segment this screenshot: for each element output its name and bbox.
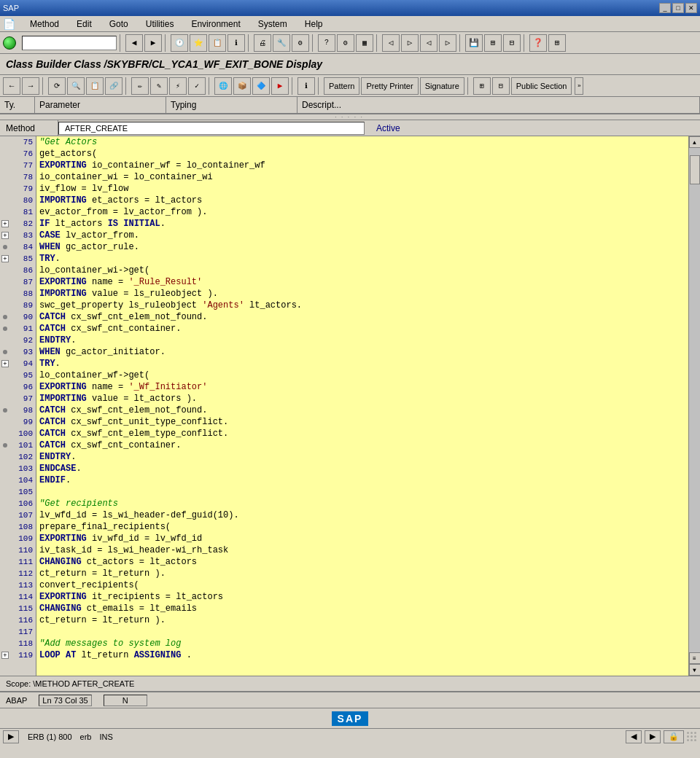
nav-fwd-icon[interactable]: → (22, 77, 39, 95)
code-line-99[interactable]: CATCH cx_swf_cnt_unit_type_conflict. (39, 416, 685, 428)
code-line-112[interactable]: ct_return = lt_return ). (39, 568, 685, 579)
close-button[interactable]: ✕ (685, 3, 697, 13)
expand-icon-119[interactable]: + (1, 652, 9, 659)
window-button[interactable]: ⊞ (484, 34, 502, 52)
scroll-thumb[interactable] (690, 155, 700, 184)
method-value[interactable]: AFTER_CREATE (58, 122, 365, 135)
code-content[interactable]: "Get Actors get_actors( EXPORTING io_con… (36, 136, 688, 676)
config-button[interactable]: ⚙ (337, 34, 354, 52)
info-button[interactable]: ℹ (228, 34, 245, 52)
vertical-scrollbar[interactable]: ▲ ≡ ▼ (688, 136, 700, 676)
code-line-85[interactable]: TRY. (39, 253, 685, 265)
save-button[interactable]: 💾 (465, 34, 483, 52)
code-line-109[interactable]: EXPORTING iv_wfd_id = lv_wfd_id (39, 533, 685, 544)
print-button[interactable]: 🖨 (254, 34, 271, 52)
code-line-105[interactable] (39, 486, 685, 498)
pattern-button[interactable]: Pattern (324, 77, 359, 95)
code-line-102[interactable]: ENDTRY. (39, 451, 685, 463)
menu-system[interactable]: System (255, 17, 290, 31)
code-line-96[interactable]: EXPORTING name = '_Wf_Initiator' (39, 381, 685, 393)
menu-help[interactable]: Help (302, 17, 326, 31)
run-icon[interactable]: ▶ (271, 77, 289, 95)
code-line-106[interactable]: "Get recipients (39, 498, 685, 509)
code-line-117[interactable] (39, 626, 685, 638)
code-line-81[interactable]: ev_actor_from = lv_actor_from ). (39, 206, 685, 218)
code-line-101[interactable]: CATCH cx_swf_cnt_container. (39, 439, 685, 451)
code-line-80[interactable]: IMPORTING et_actors = lt_actors (39, 195, 685, 206)
code-line-78[interactable]: io_container_wi = lo_container_wi (39, 171, 685, 183)
code-line-100[interactable]: CATCH cx_swf_cnt_elem_type_conflict. (39, 428, 685, 439)
code-line-90[interactable]: CATCH cx_swf_cnt_elem_not_found. (39, 311, 685, 323)
code-line-94[interactable]: TRY. (39, 358, 685, 370)
pretty-printer-button[interactable]: Pretty Printer (361, 77, 418, 95)
code-line-114[interactable]: EXPORTING it_recipients = lt_actors (39, 591, 685, 603)
scroll-grip[interactable]: ≡ (689, 652, 701, 664)
code-line-91[interactable]: CATCH cx_swf_cnt_container. (39, 323, 685, 335)
code-line-92[interactable]: ENDTRY. (39, 335, 685, 346)
menu-edit[interactable]: Edit (74, 17, 95, 31)
maximize-button[interactable]: □ (672, 3, 684, 13)
signature-button[interactable]: Signature (420, 77, 464, 95)
scroll-track[interactable] (689, 148, 701, 652)
code-line-104[interactable]: ENDIF. (39, 474, 685, 486)
method-icon[interactable]: 🔷 (252, 77, 270, 95)
code-line-77[interactable]: EXPORTING io_container_wf = lo_container… (39, 160, 685, 171)
help-button[interactable]: ? (318, 34, 335, 52)
left-arrow2[interactable]: ◁ (420, 34, 438, 52)
code-line-86[interactable]: lo_container_wi->get( (39, 265, 685, 276)
code-line-76[interactable]: get_actors( (39, 148, 685, 160)
code-line-103[interactable]: ENDCASE. (39, 463, 685, 474)
code-line-82[interactable]: IF lt_actors IS INITIAL. (39, 218, 685, 230)
menu-utilities[interactable]: Utilities (143, 17, 177, 31)
format-icon[interactable]: ⚡ (169, 77, 187, 95)
code-line-111[interactable]: CHANGING ct_actors = lt_actors (39, 556, 685, 568)
pencil-icon[interactable]: ✎ (150, 77, 168, 95)
tool2-button[interactable]: ⚙ (292, 34, 309, 52)
code-line-116[interactable]: ct_return = lt_return ). (39, 614, 685, 626)
code-line-108[interactable]: prepare_final_recipients( (39, 521, 685, 533)
code-line-97[interactable]: IMPORTING value = lt_actors ). (39, 393, 685, 405)
code-line-79[interactable]: iv_flow = lv_flow (39, 183, 685, 195)
code-line-110[interactable]: iv_task_id = ls_wi_header-wi_rh_task (39, 544, 685, 556)
bookmark-button[interactable]: ⭐ (190, 34, 207, 52)
code-line-115[interactable]: CHANGING ct_emails = lt_emails (39, 603, 685, 614)
back-button[interactable]: ◀ (125, 34, 143, 52)
toggle-icon[interactable]: ⟳ (48, 77, 66, 95)
class-icon[interactable]: 📦 (233, 77, 251, 95)
public-section-button[interactable]: Public Section (511, 77, 572, 95)
code-line-119[interactable]: LOOP AT lt_return ASSIGNING . (39, 649, 685, 661)
window2-button[interactable]: ⊟ (503, 34, 521, 52)
code-line-84[interactable]: WHEN gc_actor_rule. (39, 241, 685, 253)
minimize-button[interactable]: _ (659, 3, 671, 13)
section-icon2[interactable]: ⊟ (492, 77, 510, 95)
scroll-down-arrow[interactable]: ▼ (689, 664, 701, 676)
right-arrow2[interactable]: ▷ (439, 34, 456, 52)
code-line-88[interactable]: IMPORTING value = ls_ruleobject ). (39, 288, 685, 300)
left-arrow-nav[interactable]: ◁ (382, 34, 400, 52)
sys-btn1[interactable]: ◀ (626, 730, 642, 743)
code-line-95[interactable]: lo_container_wf->get( (39, 370, 685, 381)
play-button[interactable]: ▶ (3, 730, 19, 743)
menu-environment[interactable]: Environment (188, 17, 243, 31)
code-line-113[interactable]: convert_recipients( (39, 579, 685, 591)
command-field[interactable] (22, 36, 117, 50)
code-line-89[interactable]: swc_get_property ls_ruleobject 'Agents' … (39, 300, 685, 311)
hierarchy-icon[interactable]: 🌐 (214, 77, 232, 95)
more-toolbar-arrow[interactable]: » (575, 77, 583, 95)
menu-goto[interactable]: Goto (106, 17, 131, 31)
history-button[interactable]: 🕐 (171, 34, 188, 52)
code-line-75[interactable]: "Get Actors (39, 136, 685, 148)
grid-button[interactable]: ▦ (356, 34, 373, 52)
code-line-107[interactable]: lv_wfd_id = ls_wi_header-def_guid(10). (39, 509, 685, 521)
sys-lock-btn[interactable]: 🔒 (664, 730, 684, 743)
question-button[interactable]: ❓ (529, 34, 547, 52)
expand-icon-85[interactable]: + (1, 255, 9, 262)
resize-handle-row[interactable]: ····· (0, 114, 700, 120)
info-icon[interactable]: ℹ (298, 77, 315, 95)
forward-button[interactable]: ▶ (144, 34, 162, 52)
section-icon1[interactable]: ⊞ (473, 77, 491, 95)
code-line-87[interactable]: EXPORTING name = '_Rule_Result' (39, 276, 685, 288)
edit-icon[interactable]: ✏ (131, 77, 149, 95)
tool1-button[interactable]: 🔧 (273, 34, 290, 52)
check-icon[interactable]: ✓ (188, 77, 206, 95)
